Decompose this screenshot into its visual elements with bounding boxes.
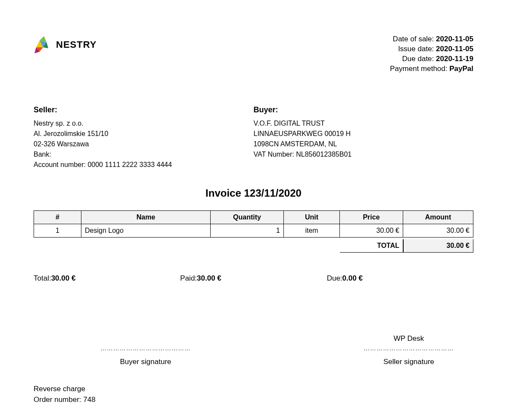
table-header-row: # Name Quantity Unit Price Amount (34, 210, 473, 224)
total-row: TOTAL 30.00 € (34, 239, 473, 253)
seller-signature-block: WP Desk …………………………………… Seller signature (344, 334, 473, 366)
seller-sign-line: …………………………………… (344, 345, 473, 352)
total-label: TOTAL (340, 239, 403, 253)
reverse-charge-note: Reverse charge (34, 383, 473, 395)
seller-block: Seller: Nestry sp. z o.o. Al. Jerozolims… (34, 104, 254, 170)
seller-line: Account number: 0000 1111 2222 3333 4444 (34, 160, 254, 170)
table-row: 1 Design Logo 1 item 30.00 € 30.00 € (34, 224, 473, 237)
meta-issue-date: Issue date: 2020-11-05 (390, 44, 473, 54)
th-unit: Unit (284, 210, 340, 224)
summary-total: Total:30.00 € (34, 274, 180, 283)
seller-line: Nestry sp. z o.o. (34, 118, 254, 129)
buyer-sign-name (81, 334, 210, 344)
header: NESTRY Date of sale: 2020-11-05 Issue da… (34, 34, 473, 74)
buyer-line: 1098CN AMSTERDAM, NL (254, 139, 474, 149)
invoice-meta: Date of sale: 2020-11-05 Issue date: 202… (390, 34, 473, 74)
parties: Seller: Nestry sp. z o.o. Al. Jerozolims… (34, 104, 473, 170)
cell-unit: item (284, 224, 340, 237)
th-number: # (34, 210, 81, 224)
th-price: Price (340, 210, 403, 224)
cell-quantity: 1 (211, 224, 284, 237)
th-quantity: Quantity (211, 210, 284, 224)
buyer-sign-line: …………………………………… (81, 345, 210, 352)
seller-line: Al. Jerozolimskie 151/10 (34, 129, 254, 139)
cell-amount: 30.00 € (403, 224, 473, 237)
buyer-block: Buyer: V.O.F. DIGITAL TRUST LINNAEUSPARK… (254, 104, 474, 170)
buyer-title: Buyer: (254, 104, 474, 116)
cell-name: Design Logo (81, 224, 211, 237)
meta-date-of-sale: Date of sale: 2020-11-05 (390, 34, 473, 44)
cell-price: 30.00 € (340, 224, 403, 237)
summary-paid: Paid:30.00 € (180, 274, 327, 283)
summary-due: Due:0.00 € (327, 274, 473, 283)
items-table: # Name Quantity Unit Price Amount 1 Desi… (34, 210, 473, 238)
buyer-signature-block: …………………………………… Buyer signature (81, 334, 210, 366)
logo-block: NESTRY (34, 34, 96, 55)
summary-row: Total:30.00 € Paid:30.00 € Due:0.00 € (34, 274, 473, 283)
seller-line: Bank: (34, 149, 254, 160)
logo-text: NESTRY (56, 39, 96, 50)
signatures: …………………………………… Buyer signature WP Desk …… (34, 334, 473, 366)
seller-sign-name: WP Desk (344, 334, 473, 344)
order-number-note: Order number: 748 (34, 394, 473, 405)
seller-sign-label: Seller signature (344, 358, 473, 366)
meta-payment-method: Payment method: PayPal (390, 64, 473, 74)
buyer-line: VAT Number: NL856012385B01 (254, 149, 474, 160)
total-value: 30.00 € (403, 239, 473, 253)
nestry-logo-icon (34, 34, 53, 55)
cell-number: 1 (34, 224, 81, 237)
th-name: Name (81, 210, 211, 224)
meta-due-date: Due date: 2020-11-19 (390, 54, 473, 64)
seller-title: Seller: (34, 104, 254, 116)
th-amount: Amount (403, 210, 473, 224)
footer-notes: Reverse charge Order number: 748 (34, 383, 473, 405)
buyer-line: V.O.F. DIGITAL TRUST (254, 118, 474, 129)
invoice-title: Invoice 123/11/2020 (34, 187, 473, 199)
seller-line: 02-326 Warszawa (34, 139, 254, 149)
buyer-sign-label: Buyer signature (81, 358, 210, 366)
buyer-line: LINNAEUSPARKWEG 00019 H (254, 129, 474, 139)
